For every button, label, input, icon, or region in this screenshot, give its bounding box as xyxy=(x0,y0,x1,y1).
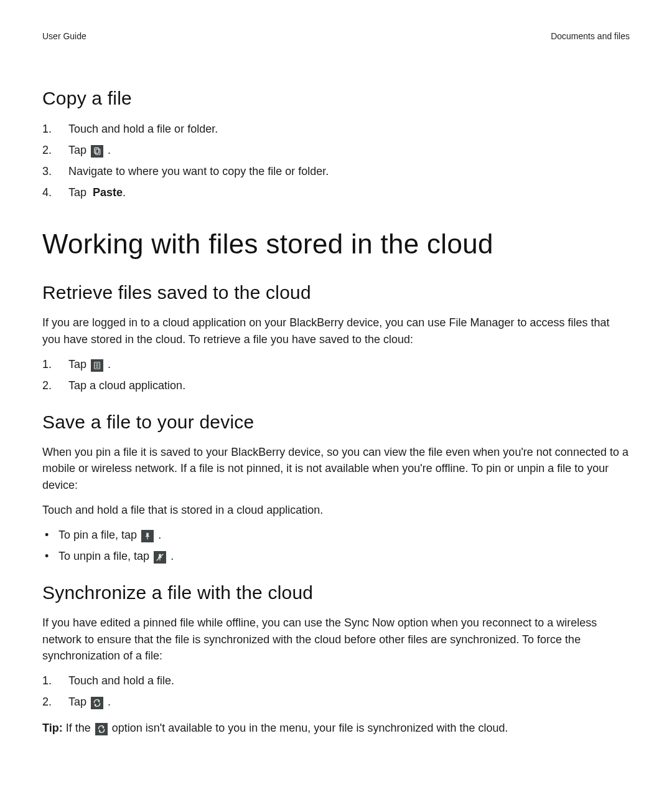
save-bullet-unpin-text: To unpin a file, tap xyxy=(58,550,149,562)
save-bullets: To pin a file, tap . To unpin a file, ta… xyxy=(42,527,630,564)
header-right: Documents and files xyxy=(551,30,630,42)
copy-step-3: Navigate to where you want to copy the f… xyxy=(42,163,630,179)
tip-label: Tip: xyxy=(42,722,63,734)
section-title-retrieve: Retrieve files saved to the cloud xyxy=(42,279,630,306)
unpin-icon xyxy=(154,551,166,564)
period: . xyxy=(108,696,111,708)
copy-step-4-suffix: . xyxy=(123,186,126,199)
page-header: User Guide Documents and files xyxy=(42,30,630,42)
section-title-sync: Synchronize a file with the cloud xyxy=(42,579,630,606)
main-title: Working with files stored in the cloud xyxy=(42,224,630,264)
header-left: User Guide xyxy=(42,30,86,42)
sync-step-2: Tap . xyxy=(42,694,630,710)
sync-step-1: Touch and hold a file. xyxy=(42,672,630,689)
retrieve-step-2: Tap a cloud application. xyxy=(42,377,630,394)
period: . xyxy=(170,550,174,562)
retrieve-step-1-text: Tap xyxy=(68,358,86,370)
copy-step-1-text: Touch and hold a file or folder. xyxy=(68,123,218,135)
sync-icon-inline xyxy=(95,723,108,735)
pin-icon xyxy=(141,530,154,542)
save-para: When you pin a file it is saved to your … xyxy=(42,444,630,493)
svg-rect-1 xyxy=(96,149,100,154)
retrieve-para: If you are logged in to a cloud applicat… xyxy=(42,314,630,347)
period: . xyxy=(108,144,111,156)
retrieve-step-1: Tap . xyxy=(42,356,630,372)
retrieve-step-2-text: Tap a cloud application. xyxy=(68,379,185,392)
menu-icon xyxy=(91,359,103,372)
section-title-copy: Copy a file xyxy=(42,85,630,112)
save-bullet-pin-text: To pin a file, tap xyxy=(58,529,137,541)
copy-icon xyxy=(91,145,103,158)
section-title-save: Save a file to your device xyxy=(42,408,630,436)
paste-bold: Paste xyxy=(93,186,123,199)
save-bullet-unpin: To unpin a file, tap . xyxy=(42,548,630,564)
copy-steps: Touch and hold a file or folder. Tap . N… xyxy=(42,121,630,201)
period: . xyxy=(158,529,161,541)
sync-steps: Touch and hold a file. Tap . xyxy=(42,672,630,710)
sync-tip: Tip: If the option isn't available to yo… xyxy=(42,720,630,736)
tip-after: option isn't available to you in the men… xyxy=(112,722,508,734)
sync-step-2-text: Tap xyxy=(68,696,86,708)
period: . xyxy=(108,358,111,370)
svg-rect-7 xyxy=(160,558,161,560)
copy-step-2: Tap . xyxy=(42,142,630,158)
save-instruction: Touch and hold a file that is stored in … xyxy=(42,502,630,518)
sync-para: If you have edited a pinned file while o… xyxy=(42,615,630,663)
page-number: 226 xyxy=(42,805,630,807)
svg-rect-0 xyxy=(95,148,99,153)
retrieve-steps: Tap . Tap a cloud application. xyxy=(42,356,630,394)
copy-step-4-text: Tap xyxy=(68,186,86,199)
save-bullet-pin: To pin a file, tap . xyxy=(42,527,630,543)
svg-rect-6 xyxy=(147,537,147,539)
copy-step-4: Tap Paste. xyxy=(42,184,630,201)
copy-step-3-text: Navigate to where you want to copy the f… xyxy=(68,165,329,177)
sync-icon xyxy=(91,697,103,709)
tip-before: If the xyxy=(63,722,94,734)
copy-step-2-text: Tap xyxy=(68,144,86,156)
sync-step-1-text: Touch and hold a file. xyxy=(68,674,174,687)
copy-step-1: Touch and hold a file or folder. xyxy=(42,121,630,137)
